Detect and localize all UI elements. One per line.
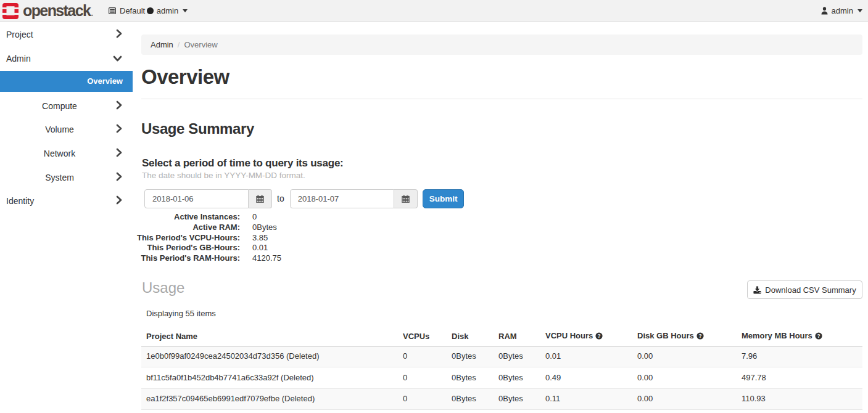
svg-text:?: ? bbox=[698, 333, 701, 339]
svg-text:?: ? bbox=[598, 333, 601, 339]
svg-text:?: ? bbox=[817, 333, 820, 339]
